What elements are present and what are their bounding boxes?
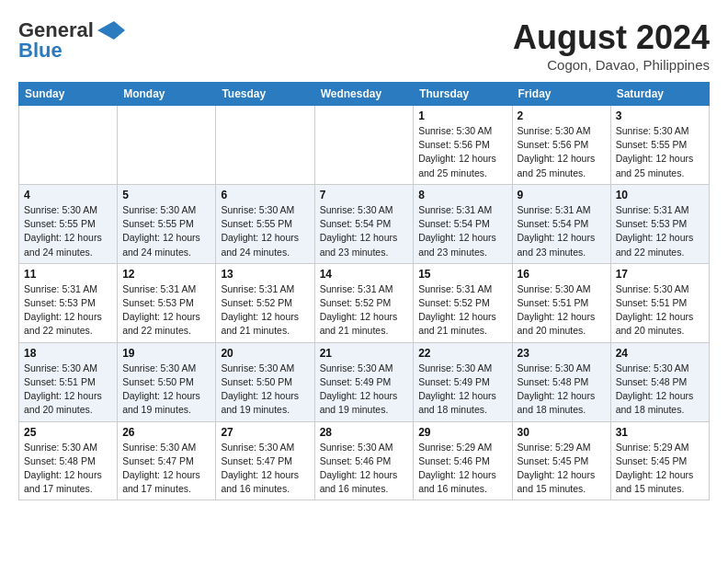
day-info: Sunrise: 5:31 AM Sunset: 5:54 PM Dayligh… [518, 203, 606, 259]
day-number: 22 [418, 347, 506, 360]
day-info: Sunrise: 5:30 AM Sunset: 5:54 PM Dayligh… [320, 203, 409, 259]
day-number: 7 [320, 189, 409, 201]
day-info: Sunrise: 5:30 AM Sunset: 5:48 PM Dayligh… [616, 362, 704, 418]
day-number: 24 [616, 347, 704, 360]
calendar-cell: 31Sunrise: 5:29 AM Sunset: 5:45 PM Dayli… [610, 421, 709, 500]
page-header: General Blue August 2024 Cogon, Davao, P… [18, 18, 710, 73]
calendar-weekday-friday: Friday [512, 83, 610, 106]
day-number: 19 [122, 347, 210, 360]
svg-marker-0 [97, 21, 125, 40]
day-number: 15 [418, 268, 506, 281]
day-info: Sunrise: 5:30 AM Sunset: 5:49 PM Dayligh… [418, 362, 506, 418]
calendar-cell: 16Sunrise: 5:30 AM Sunset: 5:51 PM Dayli… [512, 263, 610, 342]
calendar-cell: 13Sunrise: 5:31 AM Sunset: 5:52 PM Dayli… [216, 263, 314, 342]
day-info: Sunrise: 5:31 AM Sunset: 5:52 PM Dayligh… [320, 282, 409, 339]
day-number: 23 [518, 347, 606, 360]
day-info: Sunrise: 5:30 AM Sunset: 5:50 PM Dayligh… [221, 362, 309, 418]
day-number: 10 [616, 189, 704, 201]
day-info: Sunrise: 5:30 AM Sunset: 5:49 PM Dayligh… [320, 362, 409, 418]
calendar-cell: 23Sunrise: 5:30 AM Sunset: 5:48 PM Dayli… [512, 342, 610, 421]
logo: General Blue [18, 18, 125, 63]
day-number: 14 [320, 268, 409, 281]
day-info: Sunrise: 5:30 AM Sunset: 5:47 PM Dayligh… [122, 441, 210, 497]
day-number: 13 [221, 268, 309, 281]
title-block: August 2024 Cogon, Davao, Philippines [513, 18, 710, 73]
calendar-weekday-tuesday: Tuesday [216, 83, 314, 106]
calendar-cell: 22Sunrise: 5:30 AM Sunset: 5:49 PM Dayli… [414, 342, 512, 421]
day-number: 20 [221, 347, 309, 360]
day-info: Sunrise: 5:30 AM Sunset: 5:55 PM Dayligh… [24, 203, 112, 259]
calendar-cell: 11Sunrise: 5:31 AM Sunset: 5:53 PM Dayli… [19, 263, 118, 342]
day-number: 2 [518, 109, 606, 122]
calendar-week-row: 11Sunrise: 5:31 AM Sunset: 5:53 PM Dayli… [19, 263, 710, 342]
day-info: Sunrise: 5:31 AM Sunset: 5:53 PM Dayligh… [616, 203, 704, 259]
day-info: Sunrise: 5:30 AM Sunset: 5:51 PM Dayligh… [518, 282, 606, 339]
calendar-cell: 4Sunrise: 5:30 AM Sunset: 5:55 PM Daylig… [19, 184, 118, 263]
calendar-cell [216, 106, 314, 185]
day-info: Sunrise: 5:31 AM Sunset: 5:52 PM Dayligh… [418, 282, 506, 339]
calendar-cell: 7Sunrise: 5:30 AM Sunset: 5:54 PM Daylig… [314, 184, 414, 263]
calendar-cell [118, 106, 216, 185]
calendar-cell: 6Sunrise: 5:30 AM Sunset: 5:55 PM Daylig… [216, 184, 314, 263]
calendar-week-row: 18Sunrise: 5:30 AM Sunset: 5:51 PM Dayli… [19, 342, 710, 421]
day-number: 16 [518, 268, 606, 281]
calendar-cell: 28Sunrise: 5:30 AM Sunset: 5:46 PM Dayli… [314, 421, 414, 500]
day-info: Sunrise: 5:31 AM Sunset: 5:52 PM Dayligh… [221, 282, 309, 339]
calendar-cell: 3Sunrise: 5:30 AM Sunset: 5:55 PM Daylig… [610, 106, 709, 185]
day-info: Sunrise: 5:30 AM Sunset: 5:46 PM Dayligh… [320, 441, 409, 497]
day-info: Sunrise: 5:31 AM Sunset: 5:53 PM Dayligh… [122, 282, 210, 339]
calendar-header-row: SundayMondayTuesdayWednesdayThursdayFrid… [19, 83, 710, 106]
day-info: Sunrise: 5:30 AM Sunset: 5:48 PM Dayligh… [518, 362, 606, 418]
logo-text-blue: Blue [18, 39, 63, 63]
day-number: 18 [24, 347, 112, 360]
day-number: 11 [24, 268, 112, 281]
day-number: 27 [221, 426, 309, 439]
calendar-cell: 9Sunrise: 5:31 AM Sunset: 5:54 PM Daylig… [512, 184, 610, 263]
day-info: Sunrise: 5:30 AM Sunset: 5:51 PM Dayligh… [616, 282, 704, 339]
calendar-cell: 20Sunrise: 5:30 AM Sunset: 5:50 PM Dayli… [216, 342, 314, 421]
calendar-cell: 30Sunrise: 5:29 AM Sunset: 5:45 PM Dayli… [512, 421, 610, 500]
calendar-cell: 15Sunrise: 5:31 AM Sunset: 5:52 PM Dayli… [414, 263, 512, 342]
day-info: Sunrise: 5:30 AM Sunset: 5:47 PM Dayligh… [221, 441, 309, 497]
calendar-week-row: 25Sunrise: 5:30 AM Sunset: 5:48 PM Dayli… [19, 421, 710, 500]
day-number: 6 [221, 189, 309, 201]
day-info: Sunrise: 5:31 AM Sunset: 5:54 PM Dayligh… [418, 203, 506, 259]
day-number: 3 [616, 109, 704, 122]
calendar-cell [19, 106, 118, 185]
calendar-cell: 27Sunrise: 5:30 AM Sunset: 5:47 PM Dayli… [216, 421, 314, 500]
calendar-cell: 2Sunrise: 5:30 AM Sunset: 5:56 PM Daylig… [512, 106, 610, 185]
calendar-cell: 14Sunrise: 5:31 AM Sunset: 5:52 PM Dayli… [314, 263, 414, 342]
calendar-cell [314, 106, 414, 185]
day-number: 29 [418, 426, 506, 439]
day-info: Sunrise: 5:30 AM Sunset: 5:55 PM Dayligh… [616, 124, 704, 180]
calendar-cell: 5Sunrise: 5:30 AM Sunset: 5:55 PM Daylig… [118, 184, 216, 263]
calendar-week-row: 1Sunrise: 5:30 AM Sunset: 5:56 PM Daylig… [19, 106, 710, 185]
day-number: 1 [418, 109, 506, 122]
day-number: 9 [518, 189, 606, 201]
calendar-cell: 8Sunrise: 5:31 AM Sunset: 5:54 PM Daylig… [414, 184, 512, 263]
day-info: Sunrise: 5:30 AM Sunset: 5:51 PM Dayligh… [24, 362, 112, 418]
day-number: 4 [24, 189, 112, 201]
location-subtitle: Cogon, Davao, Philippines [513, 57, 710, 73]
day-number: 17 [616, 268, 704, 281]
day-number: 8 [418, 189, 506, 201]
calendar-cell: 25Sunrise: 5:30 AM Sunset: 5:48 PM Dayli… [19, 421, 118, 500]
calendar-weekday-wednesday: Wednesday [314, 83, 414, 106]
day-info: Sunrise: 5:30 AM Sunset: 5:50 PM Dayligh… [122, 362, 210, 418]
calendar-cell: 19Sunrise: 5:30 AM Sunset: 5:50 PM Dayli… [118, 342, 216, 421]
calendar-cell: 18Sunrise: 5:30 AM Sunset: 5:51 PM Dayli… [19, 342, 118, 421]
day-number: 25 [24, 426, 112, 439]
calendar-weekday-sunday: Sunday [19, 83, 118, 106]
day-info: Sunrise: 5:30 AM Sunset: 5:56 PM Dayligh… [518, 124, 606, 180]
day-number: 30 [518, 426, 606, 439]
day-number: 28 [320, 426, 409, 439]
calendar-cell: 12Sunrise: 5:31 AM Sunset: 5:53 PM Dayli… [118, 263, 216, 342]
calendar-cell: 17Sunrise: 5:30 AM Sunset: 5:51 PM Dayli… [610, 263, 709, 342]
day-number: 12 [122, 268, 210, 281]
day-number: 21 [320, 347, 409, 360]
calendar-cell: 24Sunrise: 5:30 AM Sunset: 5:48 PM Dayli… [610, 342, 709, 421]
logo-arrow-icon [97, 21, 125, 40]
day-info: Sunrise: 5:30 AM Sunset: 5:55 PM Dayligh… [122, 203, 210, 259]
day-info: Sunrise: 5:31 AM Sunset: 5:53 PM Dayligh… [24, 282, 112, 339]
calendar-cell: 21Sunrise: 5:30 AM Sunset: 5:49 PM Dayli… [314, 342, 414, 421]
